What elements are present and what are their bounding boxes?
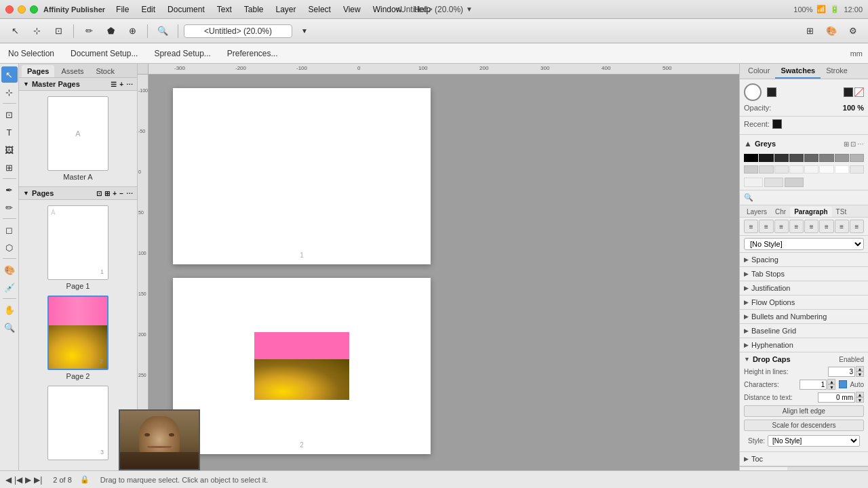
characters-up[interactable]: ▲ [827, 379, 835, 384]
align-right-btn[interactable]: ≡ [774, 220, 789, 233]
fill-colour-circle[interactable] [744, 83, 762, 101]
hyphenation-section[interactable]: ▶ Hyphenation [740, 338, 868, 352]
distance-down[interactable]: ▼ [856, 397, 864, 403]
swatch-10[interactable] [789, 165, 804, 174]
tab-stroke[interactable]: Stroke [821, 64, 853, 79]
para-tab-paragraph[interactable]: Paragraph [790, 207, 831, 217]
align-left2-btn[interactable]: ≡ [804, 220, 818, 233]
minimize-button[interactable] [18, 5, 26, 14]
distance-to-text-input[interactable] [818, 392, 855, 403]
align-left-edge-btn[interactable]: Align left edge [744, 405, 864, 417]
canvas-area[interactable]: -300 -200 -100 0 100 200 300 400 500 -10… [138, 64, 739, 470]
dark-swatch[interactable] [844, 87, 853, 97]
color-fill-tool[interactable]: 🎨 [1, 262, 18, 278]
height-in-lines-down[interactable]: ▼ [856, 371, 864, 377]
page-1-thumb[interactable]: A 1 Page 1 [22, 205, 134, 290]
bullets-section[interactable]: ▶ Bullets and Numbering [740, 310, 868, 324]
menu-select[interactable]: Select [303, 3, 336, 16]
swatch-13[interactable] [850, 165, 864, 174]
swatch-9[interactable] [774, 165, 789, 174]
distance-up[interactable]: ▲ [856, 392, 864, 397]
menu-view[interactable]: View [338, 3, 366, 16]
swatch-0[interactable] [759, 154, 773, 162]
baseline-section[interactable]: ▶ Baseline Grid [740, 324, 868, 338]
preferences-btn[interactable]: Preferences... [224, 47, 281, 60]
cursor-tool[interactable]: ↖ [5, 22, 24, 40]
search-input[interactable] [753, 194, 864, 202]
pages-single-btn[interactable]: ⊞ [104, 190, 110, 197]
crop-tool[interactable]: ⊡ [49, 22, 68, 40]
swatch-black[interactable] [744, 154, 758, 162]
select-tool[interactable]: ↖ [1, 66, 18, 83]
palette-more-icon[interactable]: ⋯ [857, 140, 864, 148]
del-page-btn[interactable]: − [119, 190, 123, 197]
picture-tool[interactable]: 🖼 [1, 142, 18, 158]
none-swatch[interactable] [854, 87, 864, 97]
swatch-3[interactable] [804, 154, 818, 162]
eyedropper-tool[interactable]: 💉 [1, 279, 18, 296]
spread-setup-btn[interactable]: Spread Setup... [151, 47, 213, 60]
pages-menu-btn[interactable]: ⋯ [126, 190, 133, 197]
fill-tool[interactable]: ⬟ [101, 22, 120, 40]
scale-descenders-btn[interactable]: Scale for descenders [744, 420, 864, 431]
close-button[interactable] [5, 5, 14, 14]
align-left-btn[interactable]: ≡ [744, 220, 758, 233]
height-in-lines-input[interactable] [828, 367, 855, 377]
maximize-button[interactable] [30, 5, 38, 14]
height-in-lines-up[interactable]: ▲ [856, 366, 864, 371]
tab-stops-section[interactable]: ▶ Tab Stops [740, 267, 868, 281]
swatch-extra-0[interactable] [744, 178, 763, 187]
menu-layer[interactable]: Layer [271, 3, 302, 16]
stroke-colour-swatch[interactable] [767, 87, 776, 97]
swatch-11[interactable] [804, 165, 818, 174]
auto-checkbox[interactable] [839, 380, 847, 388]
text-tool[interactable]: T [1, 124, 18, 140]
page-2-thumb[interactable]: 2 Page 2 [22, 296, 134, 380]
tab-pages[interactable]: Pages [22, 65, 54, 77]
align-justify-btn[interactable]: ≡ [789, 220, 804, 233]
swatch-8[interactable] [759, 165, 773, 174]
swatch-extra-1[interactable] [764, 178, 783, 187]
master-options[interactable]: ⋯ [126, 81, 133, 88]
pen-tool[interactable]: ✒ [1, 182, 18, 198]
transform-tool[interactable]: ⊹ [27, 22, 46, 40]
drop-caps-style-select[interactable]: [No Style] [768, 435, 860, 447]
shape-tool[interactable]: ⊕ [123, 22, 142, 40]
swatch-2[interactable] [789, 154, 804, 162]
characters-input[interactable] [800, 380, 827, 390]
title-dropdown[interactable]: ▼ [295, 22, 314, 40]
tab-swatches[interactable]: Swatches [775, 64, 821, 79]
first-page-btn[interactable]: |◀ [14, 475, 22, 485]
swatch-5[interactable] [835, 154, 849, 162]
justification-section[interactable]: ▶ Justification [740, 281, 868, 296]
tab-colour[interactable]: Colour [743, 64, 775, 79]
play-btn[interactable]: ▶ [25, 475, 31, 485]
frame-tool[interactable]: ⊡ [1, 106, 18, 123]
paint-tool[interactable]: ✏ [79, 22, 98, 40]
tab-assets[interactable]: Assets [56, 65, 89, 77]
menu-document[interactable]: Document [162, 3, 210, 16]
pan-tool[interactable]: ✋ [1, 302, 18, 318]
master-pages-menu[interactable]: ☰ [111, 81, 117, 88]
menu-table[interactable]: Table [239, 3, 269, 16]
list-view-icon[interactable]: ⊞ [844, 140, 849, 148]
tab-stock[interactable]: Stock [90, 65, 120, 77]
align-right2-btn[interactable]: ≡ [835, 220, 849, 233]
color-picker[interactable]: 🎨 [822, 22, 841, 40]
zoom-in[interactable]: 🔍 [153, 22, 172, 40]
spacing-section[interactable]: ▶ Spacing [740, 253, 868, 267]
master-a-thumb[interactable]: A Master A [22, 96, 134, 181]
swatch-12[interactable] [819, 165, 833, 174]
settings-btn[interactable]: ⚙ [844, 22, 863, 40]
para-tab-chr[interactable]: Chr [771, 207, 790, 217]
swatch-4[interactable] [819, 154, 833, 162]
document-setup-btn[interactable]: Document Setup... [68, 47, 140, 60]
align-center-btn[interactable]: ≡ [759, 220, 773, 233]
menu-file[interactable]: File [111, 3, 134, 16]
drop-caps-header[interactable]: ▼ Drop Caps Enabled [744, 355, 864, 363]
toc-header[interactable]: ▶ Toc [744, 455, 864, 463]
zoom-tool[interactable]: 🔍 [1, 319, 18, 336]
para-tab-layers[interactable]: Layers [743, 207, 771, 217]
pages-header[interactable]: ▼ Pages ⊡ ⊞ + − ⋯ [19, 187, 137, 200]
flow-options-section[interactable]: ▶ Flow Options [740, 296, 868, 310]
